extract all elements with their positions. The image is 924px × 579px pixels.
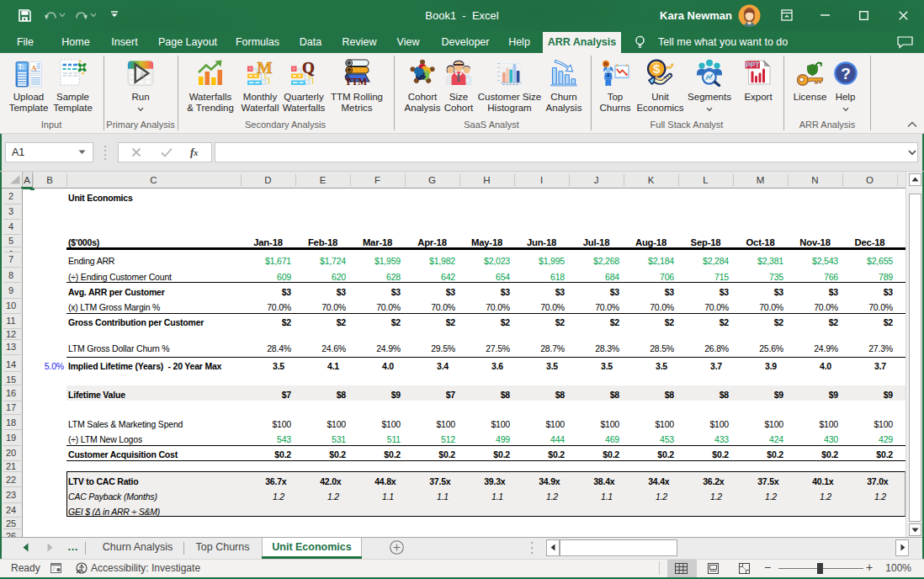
svg-text:A: A <box>140 70 146 78</box>
svg-text:TTM: TTM <box>345 77 367 87</box>
svg-text:M: M <box>258 59 273 77</box>
svg-text:$: $ <box>653 61 661 76</box>
svg-text:?: ? <box>841 65 851 82</box>
svg-text:A: A <box>31 64 37 72</box>
svg-text:T:: T: <box>18 63 24 71</box>
svg-text:PPT: PPT <box>746 61 760 69</box>
svg-text:Q: Q <box>302 59 315 77</box>
